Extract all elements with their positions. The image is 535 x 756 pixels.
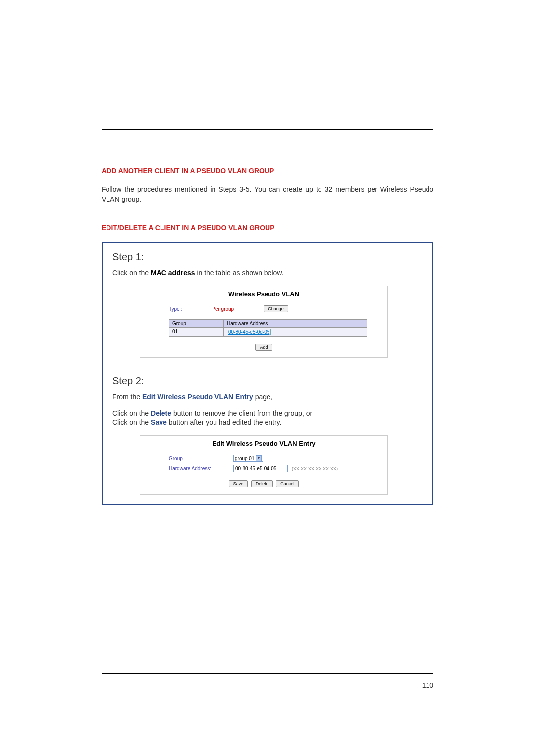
step2-line2: Click on the Delete button to remove the… [112, 409, 423, 417]
step-box: Step 1: Click on the MAC address in the … [102, 242, 433, 505]
table-header: Group Hardware Address [169, 319, 367, 328]
edit-button-row: Save Delete Cancel [144, 478, 383, 487]
vlan-table: Group Hardware Address 01 00-80-45-e5-0d… [169, 319, 367, 337]
step1-instruction: Click on the MAC address in the table as… [112, 269, 423, 277]
cell-mac: 00-80-45-e5-0d-05 [224, 328, 367, 336]
step2-line1: From the Edit Wireless Pseudo VLAN Entry… [112, 393, 423, 401]
change-button[interactable]: Change [264, 305, 288, 312]
top-horizontal-rule [102, 129, 433, 130]
chevron-down-icon: ▾ [256, 455, 262, 461]
save-button[interactable]: Save [229, 480, 248, 487]
mac-address-link[interactable]: 00-80-45-e5-0d-05 [227, 329, 271, 335]
group-select[interactable]: group 01 ▾ [233, 455, 263, 462]
panel-title: Wireless Pseudo VLAN [144, 290, 383, 298]
hardware-address-input[interactable]: 00-80-45-e5-0d-05 [233, 465, 288, 472]
bottom-horizontal-rule [102, 673, 433, 674]
address-label: Hardware Address: [169, 466, 233, 471]
delete-bold: Delete [151, 409, 171, 417]
col-header-address: Hardware Address [224, 320, 367, 327]
wireless-pseudo-vlan-panel: Wireless Pseudo VLAN Type : Per group Ch… [140, 286, 388, 358]
address-format-hint: (XX-XX-XX-XX-XX-XX) [292, 466, 338, 471]
edit-panel-title: Edit Wireless Pseudo VLAN Entry [144, 440, 383, 447]
page-content: ADD ANOTHER CLIENT IN A PSEUDO VLAN GROU… [0, 0, 535, 505]
page-number: 110 [422, 681, 433, 689]
add-button[interactable]: Add [255, 344, 272, 351]
save-bold: Save [151, 418, 167, 426]
add-button-row: Add [144, 342, 383, 351]
type-row: Type : Per group Change [169, 305, 383, 312]
edit-page-name: Edit Wireless Pseudo VLAN Entry [142, 393, 253, 401]
col-header-group: Group [169, 320, 224, 327]
step2-title: Step 2: [112, 375, 423, 387]
group-label: Group [169, 456, 233, 461]
delete-button[interactable]: Delete [251, 480, 273, 487]
body-text-add-client: Follow the procedures mentioned in Steps… [102, 185, 433, 204]
step1-title: Step 1: [112, 252, 423, 263]
step2-line3: Click on the Save button after you had e… [112, 418, 423, 426]
type-label: Type : [169, 306, 182, 312]
section-heading-add-client: ADD ANOTHER CLIENT IN A PSEUDO VLAN GROU… [102, 167, 433, 175]
cell-group: 01 [169, 328, 224, 336]
table-row: 01 00-80-45-e5-0d-05 [169, 328, 367, 337]
step2-block: Step 2: From the Edit Wireless Pseudo VL… [112, 375, 423, 495]
address-row: Hardware Address: 00-80-45-e5-0d-05 (XX-… [169, 465, 383, 472]
edit-vlan-entry-panel: Edit Wireless Pseudo VLAN Entry Group gr… [140, 435, 388, 495]
type-value: Per group [212, 306, 234, 312]
group-row: Group group 01 ▾ [169, 455, 383, 462]
cancel-button[interactable]: Cancel [276, 480, 299, 487]
section-heading-edit-delete: EDIT/DELETE A CLIENT IN A PSEUDO VLAN GR… [102, 224, 433, 232]
edit-form: Group group 01 ▾ Hardware Address: 00-80… [169, 455, 383, 472]
mac-address-bold: MAC address [151, 269, 195, 277]
